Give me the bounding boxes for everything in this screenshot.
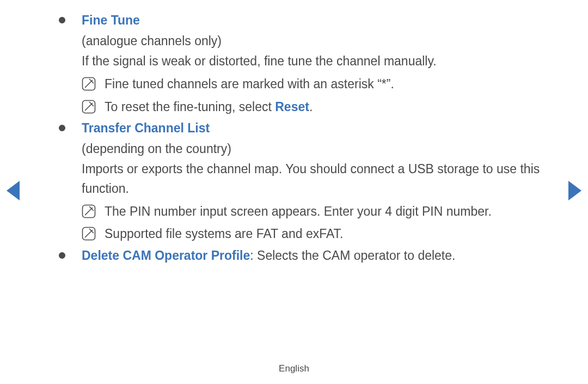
bullet-icon — [59, 17, 65, 23]
separator: : — [250, 248, 257, 263]
reset-link[interactable]: Reset — [275, 100, 309, 114]
bullet-icon — [59, 125, 65, 131]
note-line: Fine tuned channels are marked with an a… — [82, 75, 550, 94]
note-text: Supported file systems are FAT and exFAT… — [105, 227, 343, 241]
note-line: To reset the fine-tuning, select Reset. — [82, 97, 550, 117]
section-body: Selects the CAM operator to delete. — [257, 248, 455, 263]
prev-page-arrow[interactable] — [7, 181, 20, 200]
section-qualifier: (analogue channels only) — [82, 32, 550, 51]
note-text-post: . — [309, 100, 313, 114]
next-page-arrow[interactable] — [568, 181, 581, 200]
section-fine-tune: Fine Tune (analogue channels only) If th… — [38, 11, 550, 117]
note-text-pre: To reset the fine-tuning, select — [105, 100, 275, 114]
note-icon — [82, 100, 96, 114]
section-body: Imports or exports the channel map. You … — [82, 160, 550, 198]
section-qualifier: (depending on the country) — [82, 139, 550, 159]
section-transfer-channel-list: Transfer Channel List (depending on the … — [38, 119, 550, 244]
section-body: If the signal is weak or distorted, fine… — [82, 52, 550, 71]
note-icon — [82, 204, 96, 218]
bullet-icon — [59, 252, 65, 259]
section-heading: Delete CAM Operator Profile — [82, 248, 250, 263]
note-icon — [82, 77, 96, 91]
section-heading: Fine Tune — [82, 11, 550, 31]
note-icon — [82, 227, 96, 241]
section-delete-cam-profile: Delete CAM Operator Profile: Selects the… — [38, 246, 550, 266]
content-area: Fine Tune (analogue channels only) If th… — [38, 11, 550, 266]
manual-page: Fine Tune (analogue channels only) If th… — [0, 0, 588, 384]
note-line: The PIN number input screen appears. Ent… — [82, 202, 550, 222]
section-heading: Transfer Channel List — [82, 119, 550, 138]
note-line: Supported file systems are FAT and exFAT… — [82, 224, 550, 244]
footer-language: English — [0, 363, 588, 374]
note-text: The PIN number input screen appears. Ent… — [105, 204, 492, 218]
note-text: Fine tuned channels are marked with an a… — [105, 77, 394, 91]
